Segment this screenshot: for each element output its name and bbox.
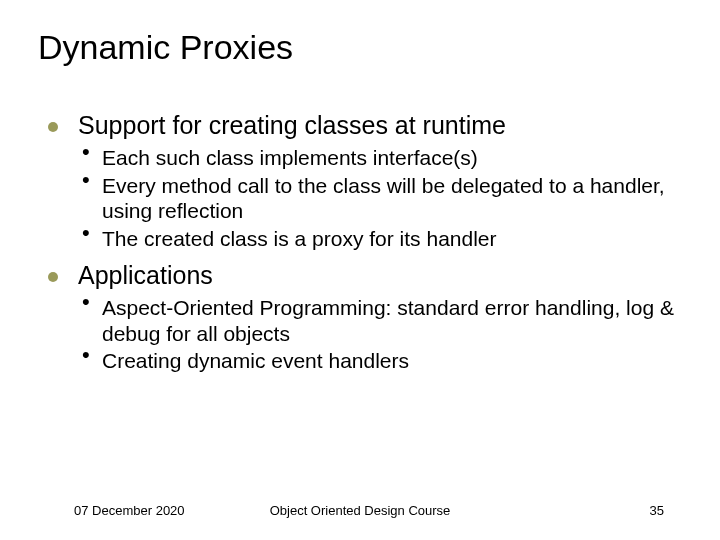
bullet-level2: Every method call to the class will be d… bbox=[48, 173, 690, 224]
bullet-level1: Applications bbox=[48, 260, 690, 291]
slide-body: Support for creating classes at runtime … bbox=[48, 110, 690, 382]
slide: Dynamic Proxies Support for creating cla… bbox=[0, 0, 720, 540]
bullet-level2: Aspect-Oriented Programming: standard er… bbox=[48, 295, 690, 346]
slide-title: Dynamic Proxies bbox=[38, 28, 293, 67]
sublist: Each such class implements interface(s) … bbox=[48, 145, 690, 251]
bullet-text: Applications bbox=[78, 261, 213, 289]
footer-center: Object Oriented Design Course bbox=[0, 503, 720, 518]
bullet-level2: Creating dynamic event handlers bbox=[48, 348, 690, 374]
bullet-text: Support for creating classes at runtime bbox=[78, 111, 506, 139]
sublist: Aspect-Oriented Programming: standard er… bbox=[48, 295, 690, 374]
bullet-level2: The created class is a proxy for its han… bbox=[48, 226, 690, 252]
bullet-level1: Support for creating classes at runtime bbox=[48, 110, 690, 141]
bullet-level2: Each such class implements interface(s) bbox=[48, 145, 690, 171]
footer-page-number: 35 bbox=[650, 503, 664, 518]
